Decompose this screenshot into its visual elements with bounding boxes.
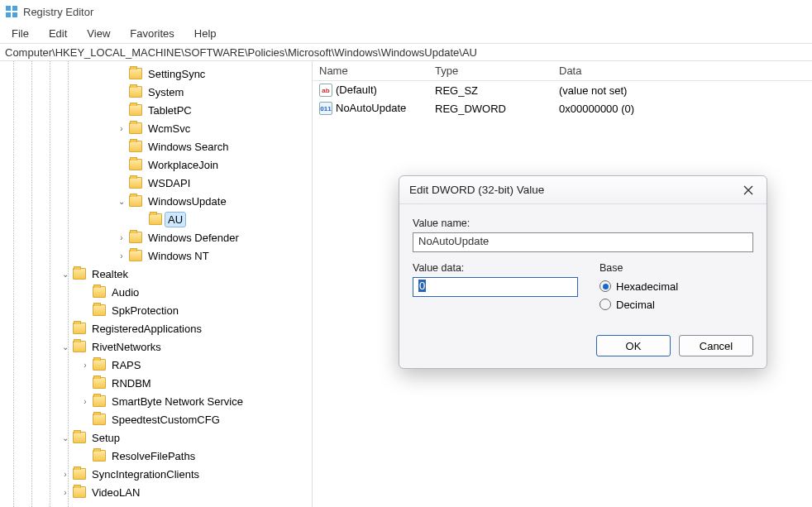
tree-node[interactable]: ·SpkProtection xyxy=(0,301,312,319)
tree-node-label: Windows Search xyxy=(146,140,232,154)
radio-decimal[interactable]: Decimal xyxy=(599,295,678,313)
tree-node-label: WcmSvc xyxy=(146,122,193,136)
chevron-down-icon[interactable]: ⌄ xyxy=(60,270,71,279)
dialog-titlebar[interactable]: Edit DWORD (32-bit) Value xyxy=(399,176,767,204)
svg-rect-0 xyxy=(6,6,11,11)
chevron-down-icon[interactable]: ⌄ xyxy=(60,433,71,442)
folder-icon xyxy=(73,468,86,480)
menu-help[interactable]: Help xyxy=(186,26,225,41)
folder-icon xyxy=(93,395,106,407)
menu-edit[interactable]: Edit xyxy=(41,26,75,41)
tree-spacer: · xyxy=(116,106,127,115)
list-row[interactable]: ab(Default)REG_SZ(value not set) xyxy=(313,81,812,99)
close-icon[interactable] xyxy=(740,182,757,198)
radio-bullet-icon xyxy=(599,299,611,310)
tree-node-label: Setup xyxy=(89,431,122,445)
chevron-right-icon[interactable]: › xyxy=(79,361,91,370)
list-header: Name Type Data xyxy=(313,61,812,81)
tree-node-label: AU xyxy=(165,213,185,227)
svg-rect-3 xyxy=(12,12,17,17)
menu-view[interactable]: View xyxy=(79,26,118,41)
tree-node[interactable]: ·ResolveFilePaths xyxy=(0,447,312,465)
col-header-name[interactable]: Name xyxy=(313,65,428,77)
folder-icon xyxy=(129,159,142,170)
tree-node-label: SmartByte Network Service xyxy=(109,395,246,409)
tree-node[interactable]: ·Windows Search xyxy=(0,137,312,155)
tree-node[interactable]: ·SettingSync xyxy=(0,65,312,83)
folder-icon xyxy=(73,268,86,280)
window-title: Registry Editor xyxy=(23,6,93,18)
tree-node-label: VideoLAN xyxy=(89,485,142,500)
menu-file[interactable]: File xyxy=(3,26,37,41)
tree-node[interactable]: ·Audio xyxy=(0,283,312,301)
tree-node[interactable]: ·WSDAPI xyxy=(0,174,312,192)
list-row[interactable]: 011NoAutoUpdateREG_DWORD0x00000000 (0) xyxy=(313,99,812,117)
tree-node[interactable]: ·WorkplaceJoin xyxy=(0,155,312,174)
value-name-text: NoAutoUpdate xyxy=(418,235,489,247)
folder-icon xyxy=(129,122,142,134)
tree-node[interactable]: ⌄Setup xyxy=(0,428,312,447)
tree-node[interactable]: ›SyncIntegrationClients xyxy=(0,465,312,483)
menu-favorites[interactable]: Favorites xyxy=(122,26,182,41)
tree-spacer: · xyxy=(116,88,127,97)
tree-node[interactable]: ⌄Realtek xyxy=(0,265,312,283)
tree-spacer: · xyxy=(79,452,91,461)
tree-node[interactable]: ›RAPS xyxy=(0,356,312,374)
address-bar[interactable]: Computer\HKEY_LOCAL_MACHINE\SOFTWARE\Pol… xyxy=(0,43,812,61)
radio-bullet-icon xyxy=(599,280,611,292)
chevron-right-icon[interactable]: › xyxy=(79,397,91,406)
chevron-right-icon[interactable]: › xyxy=(116,124,127,133)
base-label: Base xyxy=(599,262,678,274)
radio-dec-label: Decimal xyxy=(616,299,655,311)
tree-node[interactable]: ·System xyxy=(0,83,312,101)
tree-pane[interactable]: ·SettingSync·System·TabletPC›WcmSvc·Wind… xyxy=(0,61,313,507)
tree-node[interactable]: ⌄RivetNetworks xyxy=(0,337,312,356)
folder-icon xyxy=(73,486,86,498)
chevron-right-icon[interactable]: › xyxy=(116,251,127,261)
dialog-title: Edit DWORD (32-bit) Value xyxy=(409,184,544,196)
value-name-label: Value name: xyxy=(413,218,753,229)
col-header-type[interactable]: Type xyxy=(428,65,552,77)
value-name-field[interactable]: NoAutoUpdate xyxy=(413,232,753,252)
cancel-button[interactable]: Cancel xyxy=(679,335,753,356)
tree-node[interactable]: ·RegisteredApplications xyxy=(0,319,312,337)
tree-node[interactable]: ·AU xyxy=(0,210,312,228)
chevron-right-icon[interactable]: › xyxy=(116,233,127,242)
tree-node-label: TabletPC xyxy=(146,103,194,117)
folder-icon xyxy=(129,232,142,243)
tree-node-label: Realtek xyxy=(89,267,131,281)
tree-spacer: · xyxy=(60,324,71,333)
app-icon xyxy=(5,5,18,18)
chevron-right-icon[interactable]: › xyxy=(60,488,71,497)
tree-node[interactable]: ⌄WindowsUpdate xyxy=(0,192,312,210)
value-data-field[interactable]: 0 xyxy=(413,277,578,297)
chevron-right-icon[interactable]: › xyxy=(60,470,71,479)
tree-node[interactable]: ›Windows Defender xyxy=(0,228,312,246)
chevron-down-icon[interactable]: ⌄ xyxy=(60,342,71,352)
tree-spacer: · xyxy=(116,142,127,151)
tree-node-label: Audio xyxy=(109,285,141,299)
tree-node[interactable]: ›Windows NT xyxy=(0,246,312,265)
tree-node[interactable]: ›WcmSvc xyxy=(0,119,312,137)
tree-node-label: ResolveFilePaths xyxy=(109,449,198,463)
tree-node-label: RNDBM xyxy=(109,376,154,390)
folder-icon xyxy=(73,323,86,334)
radio-hex-label: Hexadecimal xyxy=(616,280,678,293)
radio-hexadecimal[interactable]: Hexadecimal xyxy=(599,277,678,295)
chevron-down-icon[interactable]: ⌄ xyxy=(116,197,127,206)
tree-spacer: · xyxy=(79,288,91,297)
folder-icon xyxy=(129,195,142,207)
tree-node-label: Windows NT xyxy=(146,249,212,263)
ok-button[interactable]: OK xyxy=(596,335,671,356)
col-header-data[interactable]: Data xyxy=(552,65,812,77)
tree-node[interactable]: ›SmartByte Network Service xyxy=(0,392,312,410)
folder-icon xyxy=(129,68,142,79)
tree-node[interactable]: ·TabletPC xyxy=(0,101,312,119)
tree-node-label: WindowsUpdate xyxy=(146,194,229,208)
folder-icon xyxy=(73,341,86,352)
tree-node[interactable]: ·SpeedtestCustomCFG xyxy=(0,410,312,428)
tree-node[interactable]: ·RNDBM xyxy=(0,374,312,392)
tree-spacer: · xyxy=(79,306,91,315)
tree-node[interactable]: ›VideoLAN xyxy=(0,483,312,501)
tree-node-label: SyncIntegrationClients xyxy=(89,467,202,481)
